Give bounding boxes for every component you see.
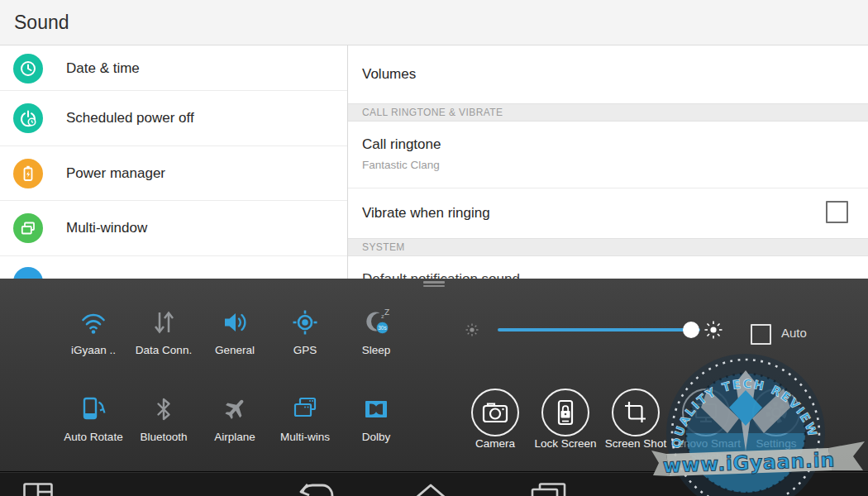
toggle-label: Data Conn.: [129, 344, 198, 356]
brightness-bright-icon: [704, 321, 723, 339]
toggle-label: GPS: [270, 344, 340, 356]
sound-settings-panel: Volumes CALL RINGTONE & VIBRATE Call rin…: [348, 45, 868, 279]
sidebar-item-multi-window[interactable]: Multi-window: [0, 201, 347, 256]
svg-text:Z: Z: [384, 308, 389, 317]
nav-back-icon[interactable]: [298, 484, 334, 496]
lock-screen-icon: [549, 396, 582, 429]
screenshot-icon: [619, 396, 652, 429]
sleep-badge: 30s: [378, 325, 387, 331]
call-ringtone-title: Call ringtone: [362, 136, 441, 153]
sidebar-item-label: Date & time: [66, 60, 140, 77]
dolby-icon: [360, 393, 393, 426]
toggle-airplane[interactable]: Airplane: [200, 390, 269, 443]
battery-icon: [13, 159, 43, 188]
lock-screen-button[interactable]: [541, 389, 589, 436]
camera-icon: [479, 396, 512, 429]
data-arrows-icon: [147, 306, 180, 339]
shortcut-label: Settings: [738, 437, 814, 451]
sidebar-item-partial[interactable]: [0, 256, 347, 279]
toggle-data-connection[interactable]: Data Conn.: [129, 303, 198, 356]
page-title: Sound: [0, 0, 868, 45]
multi-window-icon: [13, 213, 43, 243]
toggle-label: Multi-wins: [270, 431, 340, 443]
toggle-dolby[interactable]: Dolby: [341, 390, 411, 443]
toggle-multi-windows[interactable]: Multi-wins: [270, 390, 340, 443]
shortcut-label: Screen Shot: [598, 437, 674, 451]
call-ringtone-value: Fantastic Clang: [362, 159, 440, 171]
drag-handle[interactable]: [423, 281, 445, 288]
toggle-label: Bluetooth: [129, 431, 198, 443]
toggle-label: Sleep: [341, 344, 411, 356]
screenshot-button[interactable]: [612, 389, 660, 436]
volumes-label: Volumes: [362, 66, 416, 83]
gps-icon: [289, 306, 322, 339]
shortcut-label: Camera: [457, 437, 533, 451]
nav-home-icon[interactable]: [410, 482, 451, 496]
shortcut-label: Lenovo Smart Switch: [668, 437, 744, 463]
clipped-row-label[interactable]: Default notification sound: [362, 271, 520, 279]
toggle-general-profile[interactable]: General: [200, 303, 269, 356]
toggle-label: Auto Rotate: [59, 431, 128, 443]
volumes-row[interactable]: Volumes: [348, 45, 868, 103]
sidebar-item-date-time[interactable]: Date & time: [0, 46, 347, 91]
auto-rotate-icon: [77, 393, 110, 426]
speaker-icon: [218, 306, 251, 339]
sidebar-item-power-manager[interactable]: Power manager: [0, 146, 347, 201]
brightness-dim-icon: [465, 323, 479, 336]
toggle-auto-rotate[interactable]: Auto Rotate: [59, 390, 128, 443]
toggle-label: General: [200, 344, 269, 356]
brightness-auto-checkbox[interactable]: [751, 324, 771, 345]
power-clock-icon: [13, 103, 43, 133]
brightness-auto-label: Auto: [781, 326, 807, 340]
smart-switch-button[interactable]: [682, 389, 730, 436]
smart-switch-icon: [689, 396, 723, 429]
vibrate-checkbox[interactable]: [826, 201, 848, 223]
nav-multiwindow-icon[interactable]: [23, 483, 53, 496]
sleep-moon-icon: z Z 30s: [360, 306, 393, 339]
toggle-sleep[interactable]: z Z 30s Sleep: [341, 303, 411, 356]
brightness-slider[interactable]: [498, 328, 700, 331]
multi-windows-icon: [289, 393, 322, 426]
tablet-screen: Sound Date & time Scheduled power off: [0, 0, 868, 496]
sidebar-item-scheduled-power-off[interactable]: Scheduled power off: [0, 91, 347, 146]
nav-recents-icon[interactable]: [531, 483, 567, 496]
quick-settings-panel: iGyaan .. Data Conn. General: [0, 279, 868, 471]
page-header: Sound: [0, 0, 868, 45]
toggle-gps[interactable]: GPS: [270, 303, 340, 356]
toggle-label: Airplane: [200, 431, 269, 443]
navigation-bar: [0, 471, 868, 496]
section-call-ringtone: CALL RINGTONE & VIBRATE: [348, 103, 868, 122]
sidebar-item-label: Multi-window: [66, 220, 147, 236]
airplane-icon: [218, 393, 251, 426]
settings-gear-icon: [760, 396, 793, 429]
section-system: SYSTEM: [348, 238, 868, 256]
camera-button[interactable]: [471, 389, 519, 436]
vibrate-label: Vibrate when ringing: [362, 205, 490, 222]
settings-button[interactable]: [752, 389, 800, 436]
toggle-label: Dolby: [341, 431, 411, 443]
sidebar-item-label: Scheduled power off: [66, 110, 194, 126]
vibrate-row[interactable]: Vibrate when ringing: [348, 188, 868, 238]
brightness-slider-thumb[interactable]: [683, 322, 699, 338]
toggle-label: iGyaan ..: [59, 344, 128, 356]
wifi-icon: [77, 306, 110, 339]
toggle-wifi[interactable]: iGyaan ..: [59, 303, 128, 356]
clock-icon: [13, 54, 43, 83]
bluetooth-icon: [147, 393, 180, 426]
sidebar-item-label: Power manager: [66, 165, 165, 182]
shortcut-label: Lock Screen: [527, 437, 603, 451]
toggle-bluetooth[interactable]: Bluetooth: [129, 390, 198, 443]
call-ringtone-row[interactable]: Call ringtone Fantastic Clang: [348, 122, 868, 188]
